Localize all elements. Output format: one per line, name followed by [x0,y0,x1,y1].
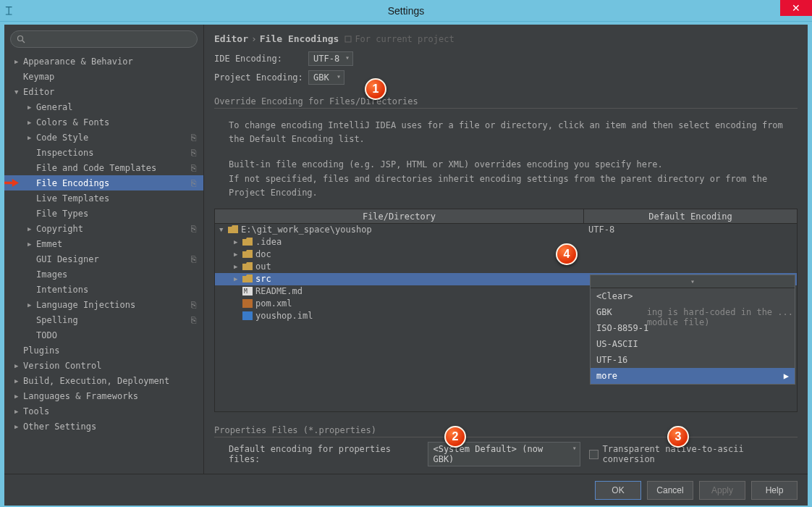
sidebar-item-label: Tools [23,406,49,416]
sidebar-item-label: Images [36,269,67,280]
svg-rect-2 [345,36,351,42]
chevron-icon: ▶ [234,263,242,270]
sidebar-item-emmet[interactable]: ▶Emmet [4,236,203,251]
encoding-hardcoded-note: ing is hard-coded in the ... module file… [647,307,793,327]
sidebar-item-inspections[interactable]: Inspections⎘ [4,145,203,160]
sidebar-item-label: Inspections [36,148,93,158]
sidebar-item-label: Colors & Fonts [36,117,109,127]
table-row[interactable]: ▶doc [215,248,797,261]
file-name: E:\git_work_space\youshop [241,225,372,235]
close-button[interactable]: ✕ [780,0,812,16]
sidebar-item-languages-frameworks[interactable]: ▶Languages & Frameworks [4,388,203,403]
breadcrumb-hint: For current project [344,34,454,44]
chevron-icon: ▶ [14,408,22,415]
sidebar-item-language-injections[interactable]: ▶Language Injections⎘ [4,297,203,312]
cancel-button[interactable]: Cancel [647,481,693,500]
sidebar-item-spelling[interactable]: Spelling⎘ [4,312,203,327]
properties-row: Default encoding for properties files: <… [214,442,798,466]
file-name: .idea [255,237,282,247]
sidebar-item-intentions[interactable]: Intentions [4,282,203,297]
breadcrumb-page: File Encodings [260,33,339,44]
iml-file-icon [242,311,253,320]
per-project-icon: ⎘ [191,224,196,234]
sidebar-item-label: File Encodings [36,178,109,188]
sidebar-item-label: Spelling [36,315,78,325]
apply-button[interactable]: Apply [699,481,745,500]
properties-section-title: Properties Files (*.properties) [214,425,798,437]
table-row[interactable]: ▼E:\git_work_space\youshopUTF-8 [215,224,797,236]
chevron-icon: ▶ [28,119,35,126]
settings-tree[interactable]: ▶Appearance & BehaviorKeymap▼Editor▶Gene… [4,54,203,474]
sidebar-item-label: Live Templates [36,193,109,204]
sidebar-item-tools[interactable]: ▶Tools [4,403,203,419]
sidebar-item-appearance-behavior[interactable]: ▶Appearance & Behavior [4,54,203,69]
sidebar-item-label: Language Injections [36,300,135,310]
folder-icon [242,262,253,271]
chevron-icon: ▶ [28,301,35,309]
sidebar-item-label: GUI Designer [36,254,99,264]
encoding-option[interactable]: <Clear> [591,288,795,304]
sidebar-item-images[interactable]: Images [4,267,203,282]
override-section-title: Override Encoding for Files/Directories [214,96,798,109]
ide-encoding-row: IDE Encoding: UTF-8 [214,51,798,66]
sidebar-item-file-encodings[interactable]: File Encodings⎘ [4,175,203,190]
sidebar-item-code-style[interactable]: ▶Code Style⎘ [4,130,203,145]
folder-icon [242,275,253,283]
sidebar-item-label: Version Control [23,361,101,371]
sidebar-item-keymap[interactable]: Keymap [4,69,203,84]
folder-icon [242,250,253,259]
file-name: out [255,261,271,272]
table-row[interactable]: ▶.idea [215,236,797,248]
col-file-directory[interactable]: File/Directory [215,209,584,223]
settings-content: Editor › File Encodings For current proj… [204,25,808,474]
per-project-icon: ⎘ [191,315,196,325]
sidebar-item-live-templates[interactable]: Live Templates [4,190,203,206]
main-panel: ▶Appearance & BehaviorKeymap▼Editor▶Gene… [4,25,808,474]
project-encoding-combo[interactable]: GBK [308,70,344,85]
col-default-encoding[interactable]: Default Encoding [584,209,797,223]
properties-default-label: Default encoding for properties files: [229,444,423,464]
project-encoding-row: Project Encoding: GBK [214,70,798,85]
help-button[interactable]: Help [751,481,798,500]
ide-encoding-combo[interactable]: UTF-8 [308,51,353,66]
chevron-icon: ▼ [14,88,22,96]
per-project-icon: ⎘ [191,163,196,173]
file-name: youshop.iml [255,311,313,321]
search-input[interactable] [10,30,198,48]
sidebar-item-gui-designer[interactable]: GUI Designer⎘ [4,251,203,267]
sidebar-item-label: Code Style [36,133,88,143]
ok-button[interactable]: OK [595,481,641,500]
sidebar-item-plugins[interactable]: Plugins [4,343,203,358]
encoding-dropdown-handle[interactable]: ▾ [591,275,795,288]
sidebar-item-colors-fonts[interactable]: ▶Colors & Fonts [4,114,203,130]
encoding-option[interactable]: UTF-16 [591,352,795,368]
encoding-option[interactable]: US-ASCII [591,336,795,352]
sidebar-item-copyright[interactable]: ▶Copyright⎘ [4,221,203,236]
sidebar-item-file-types[interactable]: File Types [4,206,203,221]
folder-icon [228,225,238,234]
svg-text:M: M [244,288,248,295]
sidebar-item-general[interactable]: ▶General [4,99,203,114]
transparent-ascii-checkbox[interactable] [589,450,599,459]
table-row[interactable]: ▶out [215,261,797,273]
file-name: README.md [255,286,303,296]
chevron-icon: ▶ [234,251,242,258]
annotation-badge-2: 2 [444,426,466,448]
sidebar-item-version-control[interactable]: ▶Version Control [4,358,203,373]
breadcrumb-sep: › [251,33,257,44]
encoding-dropdown[interactable]: ▾ <Clear>GBKISO-8859-1US-ASCIIUTF-16more… [590,275,795,385]
file-encoding-value: UTF-8 [584,225,797,235]
breadcrumb-root: Editor [214,33,248,44]
sidebar-item-file-and-code-templates[interactable]: File and Code Templates⎘ [4,160,203,175]
ide-encoding-label: IDE Encoding: [214,54,308,64]
window-title: Settings [388,5,425,17]
table-header: File/Directory Default Encoding [215,209,797,224]
sidebar-item-build-execution-deployment[interactable]: ▶Build, Execution, Deployment [4,373,203,388]
sidebar-item-editor[interactable]: ▼Editor [4,84,203,99]
sidebar-item-other-settings[interactable]: ▶Other Settings [4,419,203,434]
override-desc-1: To change encoding IntelliJ IDEA uses fo… [229,119,798,146]
file-name: src [255,274,271,284]
svg-rect-6 [242,311,253,320]
encoding-option[interactable]: more▶ [591,368,795,384]
sidebar-item-todo[interactable]: TODO [4,327,203,343]
